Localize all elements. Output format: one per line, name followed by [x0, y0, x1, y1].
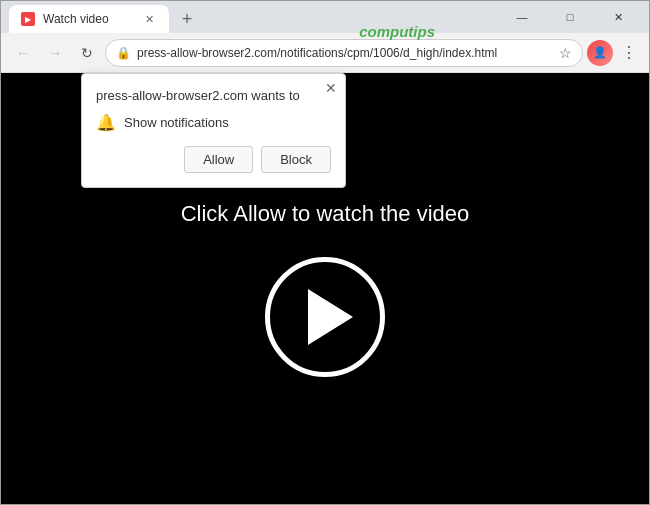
back-button[interactable]: ←: [9, 39, 37, 67]
title-bar: ▶ Watch video ✕ + computips — □ ✕: [1, 1, 649, 33]
play-button[interactable]: [265, 257, 385, 377]
new-tab-button[interactable]: +: [173, 5, 201, 33]
menu-button[interactable]: ⋮: [617, 41, 641, 65]
window-controls: — □ ✕: [499, 1, 641, 33]
close-button[interactable]: ✕: [595, 1, 641, 33]
browser-window: ▶ Watch video ✕ + computips — □ ✕ ← → ↻ …: [0, 0, 650, 505]
popup-row: 🔔 Show notifications: [96, 113, 331, 132]
notification-popup: ✕ press-allow-browser2.com wants to 🔔 Sh…: [81, 73, 346, 188]
toolbar: ← → ↻ 🔒 press-allow-browser2.com/notific…: [1, 33, 649, 73]
popup-title: press-allow-browser2.com wants to: [96, 88, 331, 103]
bell-icon: 🔔: [96, 113, 116, 132]
tab-close-button[interactable]: ✕: [141, 11, 157, 27]
allow-button[interactable]: Allow: [184, 146, 253, 173]
active-tab[interactable]: ▶ Watch video ✕: [9, 5, 169, 33]
forward-button[interactable]: →: [41, 39, 69, 67]
toolbar-right: 👤 ⋮: [587, 40, 641, 66]
tab-label: Watch video: [43, 12, 133, 26]
address-bar[interactable]: 🔒 press-allow-browser2.com/notifications…: [105, 39, 583, 67]
reload-button[interactable]: ↻: [73, 39, 101, 67]
popup-buttons: Allow Block: [96, 146, 331, 173]
page-content: ✕ press-allow-browser2.com wants to 🔔 Sh…: [1, 73, 649, 504]
maximize-button[interactable]: □: [547, 1, 593, 33]
url-text: press-allow-browser2.com/notifications/c…: [137, 46, 553, 60]
lock-icon: 🔒: [116, 46, 131, 60]
favicon-icon: ▶: [25, 15, 31, 24]
play-triangle-icon: [308, 289, 353, 345]
popup-row-text: Show notifications: [124, 115, 229, 130]
popup-close-button[interactable]: ✕: [325, 80, 337, 96]
minimize-button[interactable]: —: [499, 1, 545, 33]
tab-favicon: ▶: [21, 12, 35, 26]
avatar-icon: 👤: [593, 46, 607, 59]
video-prompt-text: Click Allow to watch the video: [181, 201, 470, 227]
user-avatar[interactable]: 👤: [587, 40, 613, 66]
bookmark-icon[interactable]: ☆: [559, 45, 572, 61]
block-button[interactable]: Block: [261, 146, 331, 173]
tab-area: ▶ Watch video ✕ +: [9, 1, 491, 33]
